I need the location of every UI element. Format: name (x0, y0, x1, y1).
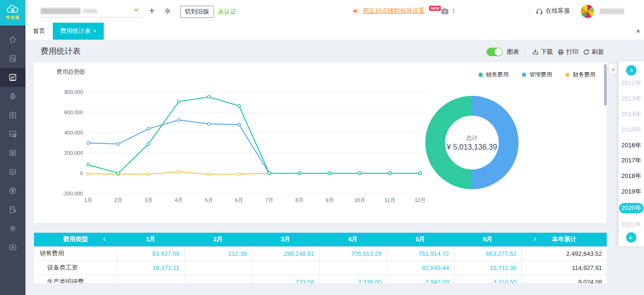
column-label: 4月 (348, 236, 357, 243)
svg-text:6月: 6月 (235, 197, 243, 203)
year-total-cell: 2,492,643.52 (521, 246, 607, 261)
column-label: 3月 (281, 236, 290, 243)
speaker-icon (353, 8, 360, 15)
notice-link[interactable]: 周五10点辅助核算设置 (363, 7, 424, 15)
chevron-down-icon[interactable] (133, 7, 140, 13)
years-scroll-down-button[interactable]: » (626, 232, 636, 243)
cloud-logo-icon (7, 5, 19, 14)
sidebar-item-funds[interactable] (0, 87, 25, 106)
legend-item[interactable]: 销售费用 (479, 71, 509, 79)
legend-label: 管理费用 (529, 71, 552, 79)
download-button[interactable]: 下载 (532, 48, 553, 56)
svg-text:3月: 3月 (144, 197, 152, 203)
year-item: 2012年 (621, 79, 641, 87)
table-column-header: 4月 (319, 233, 387, 246)
sidebar-item-account-book[interactable] (0, 106, 25, 125)
gear-icon[interactable] (164, 7, 172, 15)
download-icon (532, 49, 539, 56)
year-item[interactable]: 2018年 (621, 172, 641, 180)
legend-item[interactable]: 管理费用 (522, 71, 552, 79)
switch-old-version-button[interactable]: 切到旧版 (180, 6, 214, 18)
user-avatar[interactable] (580, 4, 595, 19)
expense-table: 费用类型‹1月2月3月4月5月6月本年累计› 销售费用83,437.09212.… (34, 233, 607, 283)
chart-toggle[interactable] (487, 48, 503, 56)
column-label: 6月 (483, 236, 492, 243)
year-total-cell: 9,024.08 (521, 275, 607, 283)
tab-expense-statistics[interactable]: 费用统计表 × (53, 23, 104, 40)
toggle-knob (495, 48, 502, 56)
company-name-redacted-2 (83, 9, 97, 13)
table-row[interactable]: 生产类招待费733.582,338.002,942.003,110.509,02… (34, 275, 607, 283)
table-column-header: 本年累计› (521, 233, 607, 246)
video-player-icon[interactable] (441, 8, 449, 15)
line-chart[interactable]: 800,000600,000400,000200,0000-200,0001月2… (34, 62, 607, 223)
svg-text:800,000: 800,000 (64, 89, 83, 95)
month-value-cell (319, 261, 387, 275)
table-column-header: 2月 (184, 233, 252, 246)
month-value-cell: 663,277.52 (454, 246, 521, 261)
collapse-year-panel-button[interactable]: » (608, 63, 618, 75)
year-item[interactable]: 2019年 (621, 187, 641, 196)
tutorial-video-icon (8, 243, 17, 252)
auth-status-label[interactable]: 未认证 (218, 8, 236, 16)
left-sidebar: 专业版 (0, 0, 25, 295)
add-button[interactable]: + (149, 5, 155, 17)
year-item: 2021年 (621, 220, 641, 229)
divider (529, 8, 529, 15)
divider (525, 49, 526, 56)
refresh-button[interactable]: 刷新 (583, 48, 604, 56)
year-item[interactable]: 2016年 (621, 141, 641, 150)
svg-text:7月: 7月 (265, 197, 273, 203)
tab-close-icon[interactable]: × (93, 28, 96, 34)
expense-type-cell: 销售费用 (34, 246, 117, 261)
sidebar-item-cashier[interactable] (0, 143, 25, 162)
table-column-header: 5月 (387, 233, 454, 246)
year-item[interactable]: 2020年 (619, 203, 644, 213)
month-value-cell (117, 275, 184, 283)
svg-text:8月: 8月 (295, 197, 303, 203)
tab-home[interactable]: 首页 (25, 23, 53, 40)
sidebar-item-reports[interactable] (0, 68, 25, 87)
svg-text:5月: 5月 (205, 197, 213, 203)
sidebar-item-settings[interactable] (0, 219, 25, 238)
expense-table-wrap: 费用类型‹1月2月3月4月5月6月本年累计› 销售费用83,437.09212.… (34, 233, 607, 283)
page-title: 费用统计表 (41, 46, 81, 57)
legend-item[interactable]: 财务费用 (565, 71, 595, 79)
app-logo[interactable]: 专业版 (0, 0, 25, 25)
print-button[interactable]: 打印 (557, 48, 578, 56)
sidebar-item-tutorial[interactable] (0, 238, 25, 257)
month-value-cell: 2,338.00 (319, 275, 387, 283)
close-panel-icon[interactable]: × (636, 27, 640, 35)
sidebar-item-analysis[interactable] (0, 125, 25, 143)
sidebar-item-tax[interactable] (0, 181, 25, 200)
alert-mark[interactable]: ! (453, 8, 454, 15)
table-row[interactable]: 销售费用83,437.09212.39288,248.51705,553.297… (34, 246, 607, 261)
legend-dot (565, 73, 570, 77)
svg-text:200,000: 200,000 (64, 150, 83, 156)
home-icon (8, 35, 17, 44)
legend-label: 财务费用 (573, 71, 595, 79)
donut-center: 总计 ¥ 5,013,136.39 (445, 116, 499, 169)
company-name-redacted[interactable] (41, 8, 81, 14)
svg-text:4月: 4月 (174, 197, 182, 203)
chart-toggle-label: 图表 (507, 48, 519, 56)
sidebar-item-voucher[interactable] (0, 49, 25, 68)
next-months-chevron[interactable]: › (534, 235, 536, 244)
sidebar-item-home[interactable] (0, 30, 25, 49)
settings-gear-icon (8, 224, 17, 233)
tab-bar: 首页 费用统计表 × × (25, 23, 644, 40)
donut-total-value: ¥ 5,013,136.39 (447, 143, 497, 152)
year-item[interactable]: 2017年 (621, 156, 641, 165)
years-scroll-up-button[interactable]: » (626, 65, 636, 76)
svg-text:12月: 12月 (414, 197, 425, 203)
sidebar-item-invoice[interactable] (0, 200, 25, 219)
online-support-link[interactable]: 在线客服 (536, 7, 570, 15)
month-value-cell: 16,371.11 (117, 261, 184, 275)
month-value-cell (184, 261, 252, 275)
sidebar-item-workbench[interactable] (0, 162, 25, 181)
money-bag-icon (8, 92, 17, 101)
table-row[interactable]: 设备类工资16,371.1182,845.4415,711.36114,927.… (34, 261, 607, 275)
year-list: 2012年2013年2014年2015年2016年2017年2018年2019年… (619, 76, 644, 232)
prev-months-chevron[interactable]: ‹ (103, 235, 106, 244)
vertical-scrollbar-thumb[interactable] (604, 64, 607, 106)
